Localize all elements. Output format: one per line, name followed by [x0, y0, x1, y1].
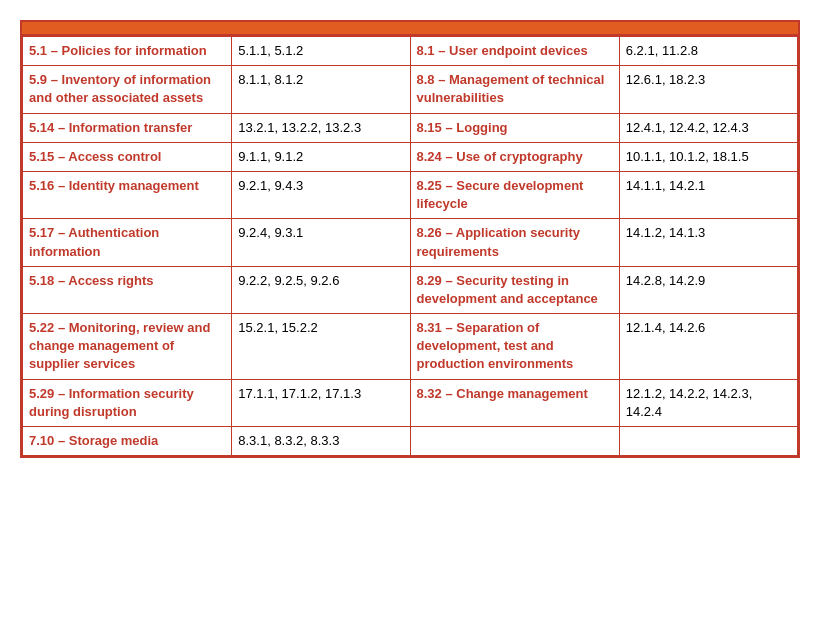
cell-r0-c1: 5.1.1, 5.1.2 [232, 37, 410, 66]
cell-r9-c3 [619, 427, 797, 456]
cell-r1-c2: 8.8 – Management of technical vulnerabil… [410, 66, 619, 113]
cell-r4-c2: 8.25 – Secure development lifecycle [410, 171, 619, 218]
cell-r9-c1: 8.3.1, 8.3.2, 8.3.3 [232, 427, 410, 456]
table-row: 5.16 – Identity management9.2.1, 9.4.38.… [23, 171, 798, 218]
cell-r6-c2: 8.29 – Security testing in development a… [410, 266, 619, 313]
table-row: 5.9 – Inventory of information and other… [23, 66, 798, 113]
cell-r0-c0: 5.1 – Policies for information [23, 37, 232, 66]
table-row: 5.1 – Policies for information5.1.1, 5.1… [23, 37, 798, 66]
cell-r8-c0: 5.29 – Information security during disru… [23, 379, 232, 426]
cell-r3-c3: 10.1.1, 10.1.2, 18.1.5 [619, 142, 797, 171]
table-row: 5.29 – Information security during disru… [23, 379, 798, 426]
cell-r3-c0: 5.15 – Access control [23, 142, 232, 171]
cell-r7-c1: 15.2.1, 15.2.2 [232, 314, 410, 380]
table-row: 5.15 – Access control9.1.1, 9.1.28.24 – … [23, 142, 798, 171]
table-row: 5.18 – Access rights9.2.2, 9.2.5, 9.2.68… [23, 266, 798, 313]
cell-r4-c1: 9.2.1, 9.4.3 [232, 171, 410, 218]
cell-r6-c1: 9.2.2, 9.2.5, 9.2.6 [232, 266, 410, 313]
cell-r1-c0: 5.9 – Inventory of information and other… [23, 66, 232, 113]
cell-r6-c0: 5.18 – Access rights [23, 266, 232, 313]
cell-r0-c2: 8.1 – User endpoint devices [410, 37, 619, 66]
cell-r5-c3: 14.1.2, 14.1.3 [619, 219, 797, 266]
cell-r3-c1: 9.1.1, 9.1.2 [232, 142, 410, 171]
cell-r5-c1: 9.2.4, 9.3.1 [232, 219, 410, 266]
cell-r5-c0: 5.17 – Authentication information [23, 219, 232, 266]
cell-r1-c1: 8.1.1, 8.1.2 [232, 66, 410, 113]
cell-r2-c2: 8.15 – Logging [410, 113, 619, 142]
table-row: 5.14 – Information transfer13.2.1, 13.2.… [23, 113, 798, 142]
cell-r8-c1: 17.1.1, 17.1.2, 17.1.3 [232, 379, 410, 426]
cell-r2-c3: 12.4.1, 12.4.2, 12.4.3 [619, 113, 797, 142]
cell-r9-c2 [410, 427, 619, 456]
cell-r4-c3: 14.1.1, 14.2.1 [619, 171, 797, 218]
cell-r4-c0: 5.16 – Identity management [23, 171, 232, 218]
table-row: 5.22 – Monitoring, review and change man… [23, 314, 798, 380]
table-row: 7.10 – Storage media8.3.1, 8.3.2, 8.3.3 [23, 427, 798, 456]
cell-r2-c0: 5.14 – Information transfer [23, 113, 232, 142]
cell-r6-c3: 14.2.8, 14.2.9 [619, 266, 797, 313]
cell-r7-c2: 8.31 – Separation of development, test a… [410, 314, 619, 380]
cell-r7-c3: 12.1.4, 14.2.6 [619, 314, 797, 380]
cell-r0-c3: 6.2.1, 11.2.8 [619, 37, 797, 66]
consolidated-controls-table: 5.1 – Policies for information5.1.1, 5.1… [20, 20, 800, 458]
table-row: 5.17 – Authentication information9.2.4, … [23, 219, 798, 266]
table-header [22, 22, 798, 36]
cell-r1-c3: 12.6.1, 18.2.3 [619, 66, 797, 113]
cell-r5-c2: 8.26 – Application security requirements [410, 219, 619, 266]
cell-r9-c0: 7.10 – Storage media [23, 427, 232, 456]
cell-r2-c1: 13.2.1, 13.2.2, 13.2.3 [232, 113, 410, 142]
cell-r3-c2: 8.24 – Use of cryptography [410, 142, 619, 171]
cell-r8-c2: 8.32 – Change management [410, 379, 619, 426]
cell-r8-c3: 12.1.2, 14.2.2, 14.2.3, 14.2.4 [619, 379, 797, 426]
cell-r7-c0: 5.22 – Monitoring, review and change man… [23, 314, 232, 380]
